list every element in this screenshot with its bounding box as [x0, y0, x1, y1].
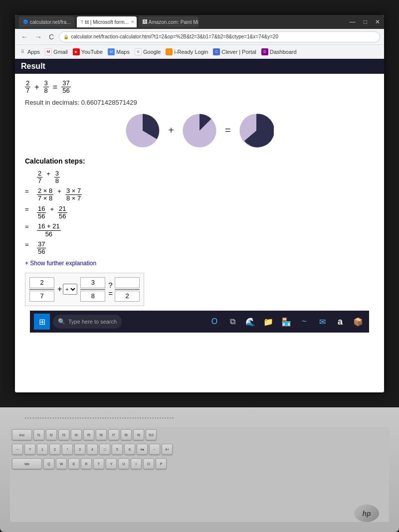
key-8[interactable]: 5 [112, 444, 123, 455]
key-tilde[interactable]: ~ [12, 444, 23, 455]
frac1-num: 2 [25, 80, 30, 87]
dashboard-icon: D [261, 48, 268, 55]
key-f3[interactable]: f3 [58, 429, 69, 440]
window-close[interactable]: ✕ [375, 18, 380, 25]
key-r[interactable]: R [81, 458, 92, 469]
key-e[interactable]: E [68, 458, 79, 469]
search-bar[interactable]: 🔍 Type here to search [53, 315, 122, 329]
taskbar-store[interactable]: 🏪 [279, 315, 293, 329]
key-plus[interactable]: 4+ [162, 444, 173, 455]
fraction-result-display: 2 7 + 3 8 = 37 56 [25, 80, 374, 95]
key-f8[interactable]: f8 [121, 429, 132, 440]
step-5: = 37 56 [25, 241, 374, 256]
operator-display: + [57, 285, 62, 294]
key-f10[interactable]: f10 [146, 429, 157, 440]
pie-chart-2 [182, 113, 217, 148]
apps-icon: ⠿ [19, 48, 26, 55]
keyboard-area: esc f1 f2 f3 f4 f5 f6 f7 f8 f9 f10 ~ ? 1… [10, 427, 389, 522]
key-3[interactable]: 2 [49, 444, 60, 455]
key-i[interactable]: I [131, 458, 142, 469]
key-u[interactable]: U [118, 458, 129, 469]
taskbar-settings[interactable]: ~ [297, 315, 311, 329]
result-question: ?= [108, 281, 113, 298]
key-4[interactable]: * [62, 444, 73, 455]
taskbar-cortana[interactable]: O [207, 315, 221, 329]
bookmark-iready-label: i-Ready Login [174, 49, 208, 55]
bookmark-maps[interactable]: M Maps [108, 48, 130, 55]
gmail-icon: M [45, 48, 52, 55]
bookmark-youtube[interactable]: ▶ YouTube [73, 48, 103, 55]
plus-symbol: + [168, 125, 174, 136]
tab-amazon[interactable]: 🅰 Amazon.com: Paint Mi... [139, 16, 199, 27]
key-f9[interactable]: f9 [133, 429, 144, 440]
bookmark-dashboard[interactable]: D Dashboard [261, 48, 297, 55]
step-2: = 2 × 8 7 × 8 + 3 × 7 8 × 7 [25, 187, 374, 202]
taskbar-mail[interactable]: ✉ [315, 315, 329, 329]
refresh-button[interactable]: C [47, 32, 56, 42]
key-w[interactable]: W [56, 458, 67, 469]
input-frac2-num[interactable] [80, 277, 105, 288]
bookmark-clever[interactable]: C Clever | Portal [213, 48, 256, 55]
taskbar-task-view[interactable]: ⧉ [225, 315, 239, 329]
key-p[interactable]: P [156, 458, 167, 469]
key-tab[interactable]: tab [12, 458, 42, 469]
window-maximize[interactable]: □ [364, 18, 367, 25]
key-y[interactable]: Y [106, 458, 117, 469]
key-f2[interactable]: f2 [46, 429, 57, 440]
taskbar-dropbox[interactable]: 📦 [351, 315, 365, 329]
operator-select[interactable]: + - × ÷ [63, 284, 77, 295]
key-0[interactable]: 4♦ [137, 444, 148, 455]
bookmark-dashboard-label: Dashboard [270, 49, 297, 55]
show-further-explanation[interactable]: + Show further explanation [25, 260, 374, 267]
bookmark-gmail-label: Gmail [53, 49, 68, 55]
bookmark-apps-label: Apps [27, 49, 40, 55]
result-frac-input: 2 [115, 277, 140, 302]
input-frac1-num[interactable] [29, 277, 54, 288]
key-f7[interactable]: f7 [108, 429, 119, 440]
key-f6[interactable]: f6 [96, 429, 107, 440]
key-f1[interactable]: f1 [33, 429, 44, 440]
key-f5[interactable]: f5 [83, 429, 94, 440]
bookmark-iready[interactable]: i i-Ready Login [166, 48, 208, 55]
back-button[interactable]: ← [19, 32, 30, 42]
clever-icon: C [213, 48, 220, 55]
input-frac2-den[interactable] [80, 291, 105, 302]
key-minus[interactable]: ← [149, 444, 160, 455]
plus-operator: + [34, 83, 39, 92]
forward-button[interactable]: → [33, 32, 44, 42]
key-7[interactable]: □ [99, 444, 110, 455]
decimal-value: 0.66071428571429 [81, 99, 137, 106]
bookmark-apps[interactable]: ⠿ Apps [19, 48, 40, 55]
key-o[interactable]: O [143, 458, 154, 469]
input-frac1-den[interactable] [29, 291, 54, 302]
pie-chart-1 [125, 113, 160, 148]
step3-prefix: = [25, 205, 33, 213]
bookmark-clever-label: Clever | Portal [221, 49, 256, 55]
start-button[interactable]: ⊞ [34, 314, 50, 330]
taskbar-explorer[interactable]: 📁 [261, 315, 275, 329]
address-bar[interactable]: 🔒 calculator.net/fraction-calculator.htm… [59, 31, 380, 42]
key-5[interactable]: 3 [74, 444, 85, 455]
key-q[interactable]: Q [43, 458, 54, 469]
key-t[interactable]: T [93, 458, 104, 469]
pie-charts: + = [25, 113, 374, 148]
key-2[interactable]: 1 [37, 444, 48, 455]
key-esc[interactable]: esc [12, 429, 32, 440]
key-f4[interactable]: f4 [71, 429, 82, 440]
google-icon: G [135, 48, 142, 55]
result-title: Result [21, 62, 45, 70]
taskbar-edge[interactable]: 🌊 [243, 315, 257, 329]
decimal-result: Result in decimals: 0.66071428571429 [25, 99, 374, 106]
bookmark-gmail[interactable]: M Gmail [45, 48, 68, 55]
bookmark-youtube-label: YouTube [81, 49, 103, 55]
bookmark-google[interactable]: G Google [135, 48, 161, 55]
key-6[interactable]: 4 [87, 444, 98, 455]
taskbar-extra[interactable]: a [333, 315, 347, 329]
key-1[interactable]: ? [24, 444, 35, 455]
window-minimize[interactable]: — [350, 18, 356, 25]
tab-microsoft[interactable]: T tit | Microsoft form... ✕ [77, 16, 137, 27]
key-9[interactable]: 6 [124, 444, 135, 455]
bookmark-google-label: Google [143, 49, 161, 55]
tab-calculator[interactable]: 🔵 calculator.net/fra... [19, 16, 75, 27]
keyboard-row-2: ~ ? 1 2 * 3 4 □ 5 6 4♦ ← 4+ [10, 442, 389, 455]
